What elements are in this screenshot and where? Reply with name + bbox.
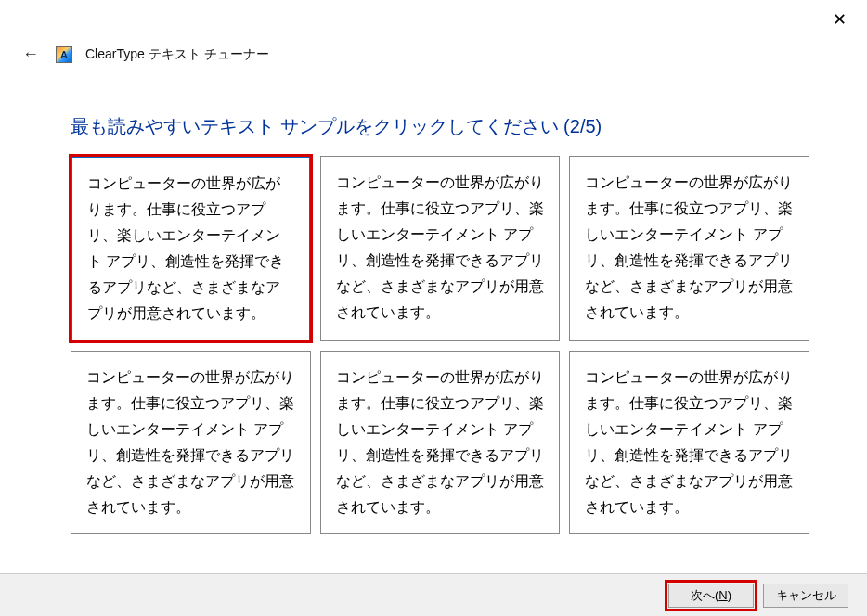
text-sample-4[interactable]: コンピューターの世界が広がります。仕事に役立つアプリ、楽しいエンターテイメント … xyxy=(71,351,311,534)
text-sample-5[interactable]: コンピューターの世界が広がります。仕事に役立つアプリ、楽しいエンターテイメント … xyxy=(320,351,561,534)
sample-grid: コンピューターの世界が広がります。仕事に役立つアプリ、楽しいエンターテイメント … xyxy=(71,156,809,534)
text-sample-6[interactable]: コンピューターの世界が広がります。仕事に役立つアプリ、楽しいエンターテイメント … xyxy=(569,351,809,534)
close-button[interactable]: ✕ xyxy=(823,7,856,32)
text-sample-3[interactable]: コンピューターの世界が広がります。仕事に役立つアプリ、楽しいエンターテイメント … xyxy=(569,156,809,341)
app-icon: A xyxy=(56,46,72,63)
page-heading: 最も読みやすいテキスト サンプルをクリックしてください (2/5) xyxy=(71,114,809,139)
text-sample-2[interactable]: コンピューターの世界が広がります。仕事に役立つアプリ、楽しいエンターテイメント … xyxy=(320,156,561,341)
header-row: ← A ClearType テキスト チューナー xyxy=(0,37,867,68)
footer-bar: 次へ(N) キャンセル xyxy=(0,573,867,616)
window-title: ClearType テキスト チューナー xyxy=(85,46,269,63)
next-label-suffix: ) xyxy=(728,588,731,602)
next-label-key: N xyxy=(718,588,727,602)
next-button[interactable]: 次へ(N) xyxy=(668,584,754,608)
cancel-button[interactable]: キャンセル xyxy=(763,584,848,608)
back-button[interactable]: ← xyxy=(19,41,43,68)
titlebar: ✕ xyxy=(0,0,867,37)
text-sample-1[interactable]: コンピューターの世界が広がります。仕事に役立つアプリ、楽しいエンターテイメント … xyxy=(71,156,311,341)
content-area: 最も読みやすいテキスト サンプルをクリックしてください (2/5) コンピュータ… xyxy=(0,68,867,534)
next-label-prefix: 次へ( xyxy=(691,587,718,604)
